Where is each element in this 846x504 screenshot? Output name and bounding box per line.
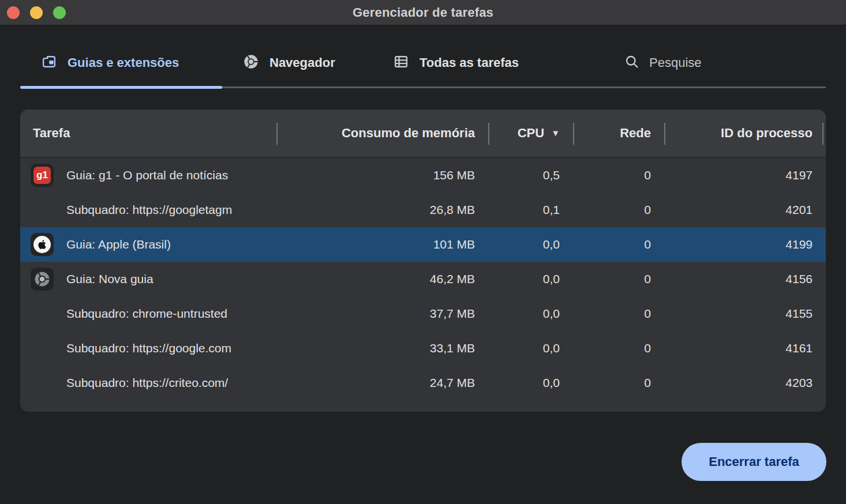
- task-name: Guia: g1 - O portal de notícias: [20, 168, 277, 182]
- cpu-value: 0,0: [489, 376, 574, 390]
- tab-guias-e-extensoes[interactable]: Guias e extensões: [41, 48, 179, 78]
- memory-value: 46,2 MB: [277, 272, 489, 286]
- tabbar: Guias e extensões Navegador: [0, 26, 846, 110]
- apple-logo-icon: [38, 239, 46, 250]
- network-value: 0: [574, 307, 665, 321]
- pid-value: 4201: [665, 203, 826, 217]
- column-header-pid[interactable]: ID do processo: [665, 126, 826, 141]
- pid-value: 4161: [665, 341, 826, 355]
- pid-value: 4203: [665, 376, 826, 390]
- network-value: 0: [574, 376, 665, 390]
- table-row[interactable]: g1 Guia: g1 - O portal de notícias 156 M…: [20, 158, 826, 193]
- network-value: 0: [574, 272, 665, 286]
- task-name: Subquadro: https://googletagm: [20, 203, 277, 217]
- g1-favicon: g1: [31, 164, 54, 187]
- memory-value: 101 MB: [277, 238, 489, 251]
- memory-value: 37,7 MB: [277, 307, 489, 321]
- search-field: [624, 48, 799, 78]
- tab-label: Navegador: [269, 55, 335, 70]
- column-header-memoria[interactable]: Consumo de memória: [277, 126, 489, 141]
- column-header-tarefa[interactable]: Tarefa: [20, 126, 277, 141]
- task-name: Guia: Nova guia: [20, 272, 277, 286]
- table-row[interactable]: Subquadro: https://criteo.com/ 24,7 MB 0…: [20, 366, 826, 400]
- cpu-value: 0,0: [489, 341, 574, 355]
- chrome-logo-icon: [33, 270, 51, 288]
- sort-desc-icon: ▼: [551, 128, 560, 138]
- column-separator: [488, 123, 489, 145]
- column-separator: [822, 123, 823, 145]
- task-name: Guia: Apple (Brasil): [20, 238, 277, 251]
- column-separator: [573, 123, 574, 145]
- window-title: Gerenciador de tarefas: [0, 0, 846, 25]
- pid-value: 4199: [665, 238, 826, 251]
- table-header: Tarefa Consumo de memória CPU▼ Rede ID d…: [20, 110, 826, 158]
- task-name: Subquadro: https://criteo.com/: [20, 376, 277, 390]
- column-header-rede[interactable]: Rede: [574, 126, 665, 141]
- pid-value: 4197: [665, 168, 826, 182]
- cpu-value: 0,0: [489, 238, 574, 251]
- memory-value: 156 MB: [277, 168, 489, 182]
- chrome-favicon: [31, 268, 54, 291]
- search-input[interactable]: [649, 55, 799, 70]
- column-separator: [664, 123, 665, 145]
- tab-navegador[interactable]: Navegador: [243, 48, 335, 78]
- cpu-value: 0,0: [489, 307, 574, 321]
- chrome-logo-icon: [243, 54, 259, 72]
- table-row[interactable]: Subquadro: chrome-untrusted 37,7 MB 0,0 …: [20, 296, 826, 331]
- process-table: Tarefa Consumo de memória CPU▼ Rede ID d…: [20, 110, 826, 412]
- tab-outline-icon: [41, 54, 57, 72]
- pid-value: 4156: [665, 272, 826, 286]
- active-tab-indicator: [20, 86, 222, 89]
- cpu-value: 0,5: [489, 168, 574, 182]
- table-row-selected[interactable]: Guia: Apple (Brasil) 101 MB 0,0 0 4199: [20, 227, 826, 262]
- network-value: 0: [574, 238, 665, 251]
- tab-todas-as-tarefas[interactable]: Todas as tarefas: [393, 48, 519, 78]
- network-value: 0: [574, 203, 665, 217]
- column-header-cpu[interactable]: CPU▼: [489, 126, 574, 141]
- apple-favicon: [31, 233, 54, 256]
- memory-value: 26,8 MB: [277, 203, 489, 217]
- network-value: 0: [574, 341, 665, 355]
- tab-label: Guias e extensões: [68, 55, 179, 70]
- memory-value: 24,7 MB: [277, 376, 489, 390]
- search-icon: [624, 54, 640, 72]
- table-row[interactable]: Guia: Nova guia 46,2 MB 0,0 0 4156: [20, 262, 826, 296]
- titlebar: Gerenciador de tarefas: [0, 0, 846, 25]
- cpu-value: 0,1: [489, 203, 574, 217]
- tab-label: Todas as tarefas: [420, 55, 519, 70]
- table-row[interactable]: Subquadro: https://google.com 33,1 MB 0,…: [20, 331, 826, 366]
- task-name: Subquadro: https://google.com: [20, 341, 277, 355]
- table-grid-icon: [393, 54, 409, 72]
- task-name: Subquadro: chrome-untrusted: [20, 307, 277, 321]
- end-task-button[interactable]: Encerrar tarefa: [682, 443, 826, 481]
- pid-value: 4155: [665, 307, 826, 321]
- task-manager-window: Gerenciador de tarefas Guias e extensões: [0, 0, 846, 504]
- cpu-value: 0,0: [489, 272, 574, 286]
- column-separator: [276, 123, 278, 145]
- network-value: 0: [574, 168, 665, 182]
- memory-value: 33,1 MB: [277, 341, 489, 355]
- table-row[interactable]: Subquadro: https://googletagm 26,8 MB 0,…: [20, 193, 826, 227]
